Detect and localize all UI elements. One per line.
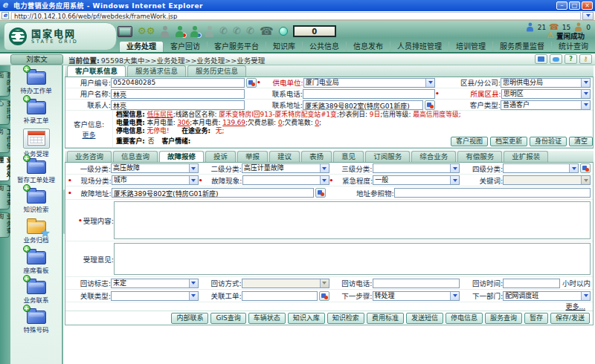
content-textarea[interactable] [114,201,591,239]
send-sms-button[interactable]: 发送短信 [406,313,443,324]
sidebar-vtab-business-query[interactable]: 业务查询 [0,212,10,238]
workstation-status-icon[interactable] [535,54,547,64]
tab-service-history[interactable]: 服务历史信息 [187,65,246,77]
keyword-select[interactable] [503,175,591,185]
tab-subscribe[interactable]: 订阅服务 [365,151,410,162]
energy-link[interactable]: 306 [177,119,190,126]
menu-tab-info-publish[interactable]: 信息发布 [347,42,390,52]
tab-service-request[interactable]: 服务请求信息 [127,65,186,77]
tab-complaint[interactable]: 投诉 [205,151,236,162]
key-icon[interactable]: ⚷ [579,54,592,64]
cls3-select[interactable] [373,163,460,173]
archive-update-button[interactable]: 档案更新 [490,137,527,146]
url-input[interactable]: http://10.142.10.66/web/pf/webdesk/frame… [11,12,581,20]
sidebar-item-agent-board[interactable]: 座席看板 [10,250,62,274]
fault-address-lookup-icon[interactable] [315,188,326,198]
next-step-select[interactable]: 转处理 [373,291,460,301]
tab-customer-contact[interactable]: 客户联系信息 [67,65,126,77]
ref-input[interactable] [394,188,591,198]
address-dropdown-icon[interactable] [582,12,594,20]
tab-report[interactable]: 举报 [237,151,268,162]
address-input[interactable]: 厦禾路389号802室(特房G01新座) [303,100,423,110]
maximize-button[interactable]: □ [569,1,580,10]
scene-select[interactable]: 城市 [112,175,199,185]
sidebar-item-draft-orders[interactable]: 暂存工单处理 [10,160,62,183]
sidebar-item-supplement-orders[interactable]: 补录工单 [10,100,62,124]
service-query-button[interactable]: 服务查询 [485,313,522,324]
tariff-type-link[interactable]: 低压居民 [147,111,173,118]
opinion-textarea[interactable] [114,243,591,275]
sidebar-vtab-support-center[interactable]: 支持中心 [0,100,10,125]
menu-tab-service-platform[interactable]: 客户服务平台 [208,42,266,52]
tab-praise[interactable]: 表扬 [301,151,332,162]
visit-phone-input[interactable] [373,279,460,288]
cls4-select[interactable] [503,163,579,173]
menu-tab-callback[interactable]: 客户回访 [164,42,208,52]
cls1-select[interactable]: 高压故障 [111,163,199,173]
user-lookup-icon[interactable] [246,78,257,88]
call-transfer-icon[interactable]: ✆ [246,26,254,36]
tab-info-query[interactable]: 信息查询 [113,151,158,162]
visit-flag-select[interactable]: 未定 [111,279,199,288]
phenomenon-select[interactable] [242,175,329,185]
urgency-select[interactable]: 一般 [373,175,460,185]
sidebar-item-business-contact[interactable]: 业务联系 [10,280,62,304]
rel-type-select[interactable] [111,291,199,301]
agent-offline-icon[interactable] [205,26,214,37]
handset-icon[interactable]: ☎ [260,26,274,36]
vehicle-status-button[interactable]: 车辆状态 [248,313,286,324]
sidebar-item-archive[interactable]: 业务归档 [10,220,62,244]
visit-time-input[interactable] [503,279,560,288]
sidebar-item-special-numbers[interactable]: 特殊号码 [10,310,62,334]
tab-consult[interactable]: 业务咨询 [67,151,112,162]
sidebar-vtab-work-tasks[interactable]: 工作任务 [0,128,10,153]
minimize-button[interactable]: – [556,1,567,10]
sidebar-vtab-business[interactable]: 业务处理 [0,156,10,181]
outage-info-button[interactable]: 停电信息 [446,313,483,324]
menu-tab-training[interactable]: 培训管理 [449,42,493,52]
sidebar-vtab-order-query[interactable]: 工单查询 [0,184,10,209]
tab-fault-repair[interactable]: 故障报修 [159,151,204,162]
fee-standard-button[interactable]: 费用标准 [367,313,404,324]
call-answer-icon[interactable]: ✆ [219,26,228,36]
clear-button[interactable]: 清空 [569,137,593,146]
help-icon[interactable]: ? [565,54,577,64]
sidebar-item-service-accept[interactable]: 业务受理 [10,131,62,157]
customer-view-button[interactable]: 客户视图 [451,137,488,146]
menu-tab-public-info[interactable]: 公共信息 [303,42,347,52]
knowledge-search-button[interactable]: 知识检索 [327,313,364,324]
bill-amount-link[interactable]: 139.69 [222,119,245,126]
sidebar-item-todo-orders[interactable]: 待办工作单 [10,71,62,94]
menu-tab-quality[interactable]: 服务质量监督 [493,42,552,52]
user-name-input[interactable]: 林亮 [111,89,245,99]
supply-org-select[interactable]: 厦门电业局 [303,78,435,88]
agent-busy-icon[interactable] [175,26,184,37]
cust-type-select[interactable]: 普通客户 [501,100,591,110]
user-no-input[interactable]: 0520480285 [111,78,245,88]
menu-tab-statistics[interactable]: 统计查询 [552,42,595,52]
internal-contact-button[interactable]: 内部联系 [171,313,208,324]
close-button[interactable]: × [582,1,593,10]
tab-expansion[interactable]: 业扩报装 [504,151,548,162]
fault-address-input[interactable]: 厦禾路389号802室(特房G01新座) [112,188,314,198]
county-select[interactable]: 思明区 [501,89,591,99]
chat-icon[interactable] [550,54,562,64]
knowledge-store-button[interactable]: 知识入库 [288,313,325,324]
rel-order-lookup-icon[interactable] [319,291,329,301]
menu-tab-knowledge[interactable]: 知识库 [266,42,303,52]
cls4-lookup-icon[interactable] [580,163,591,173]
contact-input[interactable]: 林亮 [111,100,245,110]
next-dept-select[interactable]: 配网调度班 [503,291,591,301]
tab-suggestion[interactable]: 建议 [269,151,300,162]
call-hold-icon[interactable]: ✆ [233,26,241,36]
customer-more-link[interactable]: 更多 [82,130,95,140]
gis-query-button[interactable]: GIS查询 [210,313,245,324]
cls2-select[interactable]: 高压计量故障 [242,163,329,173]
phone-input[interactable] [303,89,435,99]
save-draft-button[interactable]: 暂存 [524,313,548,324]
tab-paid-service[interactable]: 有偿服务 [457,151,502,162]
agent-idle-icon[interactable] [160,26,170,37]
visit-way-select[interactable] [242,279,329,288]
district-select[interactable]: 思明供电分局 [501,78,591,88]
identity-verify-button[interactable]: 身份验证 [530,137,567,146]
